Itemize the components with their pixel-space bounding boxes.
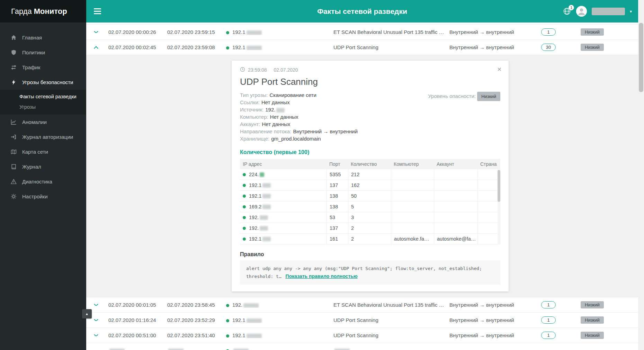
fact-direction: Внутренний → внутренний (447, 302, 521, 308)
rule-section-title: Правило (240, 251, 500, 258)
sidebar-item-anomalies[interactable]: Аномалии (0, 115, 86, 129)
user-avatar[interactable] (576, 6, 587, 17)
count-table: IP адрес Порт Количество Компьютер Аккау… (240, 159, 500, 244)
scroll-to-top-button[interactable]: ▲ (82, 309, 92, 318)
exchange-icon (10, 64, 17, 71)
sidebar-item-label: Главная (22, 35, 42, 41)
expand-button[interactable] (86, 334, 106, 336)
fact-level: Низкий (573, 44, 638, 51)
chevron-down-icon[interactable]: ▾ (630, 9, 632, 14)
detail-field: Направление потока:Внутренний → внутренн… (240, 128, 500, 135)
collapse-button[interactable] (86, 45, 106, 50)
sidebar-subitem-label: Угрозы (19, 104, 36, 110)
scrollbar-thumb[interactable] (498, 170, 500, 202)
fact-direction: Внутренний → внутренний (447, 317, 521, 323)
fact-end: 02.07.2020 23:59:08 (164, 44, 223, 50)
redacted-ip (247, 46, 262, 50)
sidebar-item-diagnostics[interactable]: Диагностика (0, 174, 86, 189)
notifications-button[interactable]: 1 (563, 7, 571, 16)
show-full-rule-link[interactable]: Показать правило полностью (286, 273, 358, 279)
count-table-header: IP адрес Порт Количество Компьютер Аккау… (240, 159, 500, 169)
col-count: Количество (348, 159, 391, 169)
fact-row[interactable]: 02.07.2020 00:51:00 02.07.2020 23:51:40 … (86, 328, 638, 343)
page-scrollbar[interactable] (638, 0, 644, 350)
fact-row[interactable]: 02.07.2020 00:00:26 02.07.2020 23:59:15 … (86, 25, 638, 40)
expand-button[interactable] (86, 319, 106, 321)
sidebar-item-threats-list[interactable]: Угрозы (0, 102, 86, 112)
sidebar-item-settings[interactable]: Настройки (0, 189, 86, 204)
status-dot-icon (226, 334, 229, 338)
fact-start: 02.07.2020 00:51:00 (106, 332, 164, 338)
sidebar-item-label: Политики (22, 50, 45, 55)
fact-source-ip: 192.1 (223, 317, 331, 323)
rule-code-block: alert udp any any -> any any (msg:"UDP P… (240, 260, 500, 285)
level-badge: Низкий (581, 301, 604, 308)
count-badge: 1 (541, 28, 556, 36)
fact-direction: Внутренний → внутренний (447, 29, 521, 35)
fact-count: 1 (521, 316, 573, 324)
sidebar-nav: Главная Политики Трафик Угрозы безопасно… (0, 23, 86, 204)
sidebar-item-threats[interactable]: Угрозы безопасности (0, 75, 86, 90)
count-badge: 30 (541, 44, 556, 51)
redacted-ip (247, 30, 262, 35)
fact-count: 30 (521, 44, 573, 51)
detail-time: 23:59:08 (248, 67, 267, 73)
danger-level: Уровень опасности: Низкий (428, 92, 500, 101)
scrollbar-thumb[interactable] (639, 23, 643, 92)
shield-icon (10, 49, 17, 56)
expand-button[interactable] (86, 304, 106, 306)
redacted-ip (262, 205, 271, 209)
partial-row-bottom (86, 343, 638, 350)
count-row: 192.1 137 162 (240, 180, 500, 191)
detail-field: Компьютер:Нет данных (240, 113, 500, 120)
col-country: Страна (477, 159, 500, 169)
fact-row[interactable]: 02.07.2020 00:01:05 02.07.2020 23:58:45 … (86, 297, 638, 313)
fact-threat: ET SCAN Behavioral Unusual Port 135 traf… (331, 302, 447, 308)
sidebar-item-auth-log[interactable]: Журнал авторизации (0, 129, 86, 144)
user-name-redacted[interactable] (592, 8, 625, 15)
signin-icon (10, 134, 17, 140)
fact-start: 02.07.2020 00:00:26 (106, 29, 164, 35)
fact-end: 02.07.2020 23:59:15 (164, 29, 223, 35)
home-icon (10, 34, 17, 41)
fact-threat: UDP Port Scanning (331, 317, 447, 323)
redacted-text (109, 349, 125, 350)
redacted-ip (247, 318, 262, 323)
count-row: 169.2 138 5 (240, 201, 500, 212)
fact-direction: Внутренний → внутренний (447, 44, 521, 50)
detail-date: 02.07.2020 (274, 67, 298, 73)
sidebar-item-label: Настройки (22, 194, 48, 199)
map-icon (10, 149, 17, 155)
status-dot-icon (243, 227, 246, 230)
sidebar-item-traffic[interactable]: Трафик (0, 60, 86, 75)
sidebar-item-network-map[interactable]: Карта сети (0, 144, 86, 159)
fact-count: 1 (521, 332, 573, 339)
bolt-icon (10, 79, 17, 86)
sidebar-item-journal[interactable]: Журнал (0, 159, 86, 174)
chevron-down-icon (94, 304, 98, 306)
redacted-ip (233, 349, 249, 350)
fact-count: 1 (521, 28, 573, 36)
sidebar-item-network-recon-facts[interactable]: Факты сетевой разведки (0, 91, 86, 102)
fact-row[interactable]: 02.07.2020 01:16:24 02.07.2020 23:52:29 … (86, 313, 638, 328)
close-icon[interactable]: ✕ (497, 66, 502, 73)
status-dot-icon (243, 237, 246, 241)
status-dot-icon (243, 184, 246, 187)
count-badge: 1 (541, 301, 556, 308)
sidebar-item-policies[interactable]: Политики (0, 45, 86, 60)
status-dot-icon (243, 173, 246, 176)
sidebar: Гарда Монитор Главная Политики Трафик Уг… (0, 0, 86, 350)
sidebar-item-label: Диагностика (22, 179, 52, 185)
sidebar-item-home[interactable]: Главная (0, 30, 86, 45)
level-badge: Низкий (581, 316, 604, 324)
count-table-scrollbar[interactable] (498, 169, 500, 244)
level-badge: Низкий (581, 44, 604, 51)
expand-button[interactable] (86, 31, 106, 33)
fact-level: Низкий (573, 28, 638, 36)
sidebar-item-label: Журнал (22, 164, 41, 170)
fact-row-expanded[interactable]: 02.07.2020 00:02:45 02.07.2020 23:59:08 … (86, 40, 638, 55)
threats-submenu: Факты сетевой разведки Угрозы (0, 90, 86, 115)
fact-level: Низкий (573, 332, 638, 339)
hamburger-menu-icon[interactable] (94, 8, 101, 14)
sidebar-item-label: Угрозы безопасности (22, 79, 73, 85)
